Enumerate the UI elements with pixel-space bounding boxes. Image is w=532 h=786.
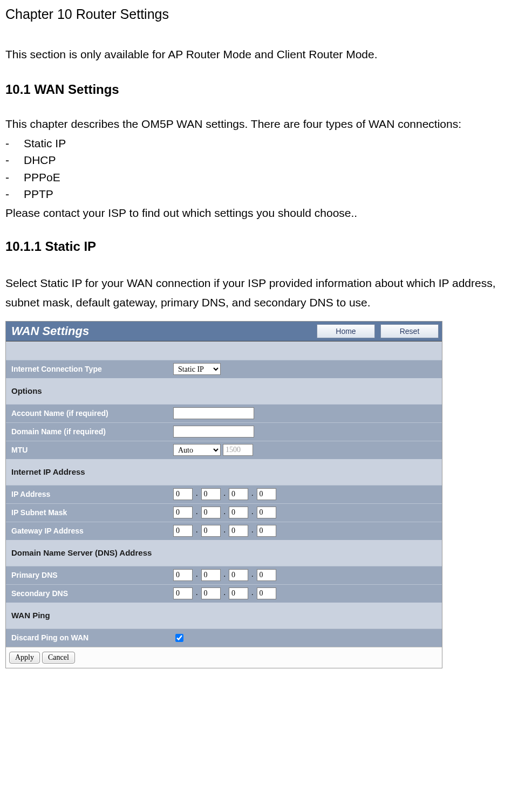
cancel-button[interactable]: Cancel: [42, 652, 75, 664]
gateway-oct-2[interactable]: [201, 525, 221, 537]
secdns-oct-3[interactable]: [229, 587, 248, 599]
intro-mid: and: [251, 48, 277, 60]
dot-icon: .: [250, 525, 255, 537]
list-item: -Static IP: [5, 135, 527, 152]
secdns-oct-2[interactable]: [201, 587, 221, 599]
dot-icon: .: [195, 507, 199, 518]
dot-icon: .: [250, 587, 255, 599]
dot-icon: .: [250, 569, 255, 581]
domain-name-input[interactable]: [173, 426, 254, 438]
secondary-dns-row: Secondary DNS . . .: [6, 584, 442, 603]
account-name-label: Account Name (if required): [6, 408, 173, 419]
conn-type-select[interactable]: Static IP: [173, 363, 221, 375]
list-item-label: DHCP: [24, 152, 56, 169]
conn-type-row: Internet Connection Type Static IP: [6, 360, 442, 378]
mtu-mode-select[interactable]: Auto: [173, 444, 221, 456]
list-item-label: PPPoE: [24, 169, 60, 186]
ip-oct-1[interactable]: [173, 488, 193, 500]
list-item-label: Static IP: [24, 135, 66, 152]
discard-ping-label: Discard Ping on WAN: [6, 632, 173, 643]
subnet-oct-2[interactable]: [201, 507, 221, 518]
mode-client: Client Router Mode: [277, 48, 374, 60]
dns-head: Domain Name Server (DNS) Address: [6, 540, 442, 566]
dot-icon: .: [250, 507, 255, 518]
gateway-label: Gateway IP Address: [6, 525, 173, 536]
intro-prefix: This section is only available for: [5, 48, 168, 60]
dot-icon: .: [195, 569, 199, 581]
dns-head-label: Domain Name Server (DNS) Address: [11, 547, 152, 559]
dot-icon: .: [223, 525, 227, 537]
primary-dns-label: Primary DNS: [6, 570, 173, 580]
static-ip-description: Select Static IP for your WAN connection…: [5, 274, 527, 312]
domain-name-row: Domain Name (if required): [6, 422, 442, 441]
mtu-row: MTU Auto: [6, 441, 442, 459]
gateway-oct-3[interactable]: [229, 525, 248, 537]
gateway-row: Gateway IP Address . . .: [6, 522, 442, 540]
pridns-oct-2[interactable]: [201, 569, 221, 581]
wan-settings-panel: WAN Settings Home Reset Internet Connect…: [5, 321, 442, 668]
intro-suffix: .: [374, 48, 378, 60]
panel-title: WAN Settings: [11, 323, 89, 340]
dot-icon: .: [195, 488, 199, 500]
dot-icon: .: [223, 507, 227, 518]
dot-icon: .: [195, 587, 199, 599]
wan-types-list: -Static IP -DHCP -PPPoE -PPTP: [5, 135, 527, 203]
primary-dns-row: Primary DNS . . .: [6, 566, 442, 584]
account-name-input[interactable]: [173, 407, 254, 419]
subnet-label: IP Subnet Mask: [6, 507, 173, 518]
subnet-oct-1[interactable]: [173, 507, 193, 518]
wan-description: This chapter describes the OM5P WAN sett…: [5, 116, 527, 132]
home-button[interactable]: Home: [317, 324, 375, 338]
secdns-oct-4[interactable]: [257, 587, 276, 599]
mtu-label: MTU: [6, 445, 173, 455]
section-10-1-1-heading: 10.1.1 Static IP: [5, 237, 527, 256]
wan-ping-head: WAN Ping: [6, 603, 442, 628]
ip-oct-3[interactable]: [229, 488, 248, 500]
internet-ip-head: Internet IP Address: [6, 459, 442, 485]
subnet-oct-3[interactable]: [229, 507, 248, 518]
contact-isp-text: Please contact your ISP to find out whic…: [5, 205, 527, 221]
dot-icon: .: [223, 569, 227, 581]
discard-ping-row: Discard Ping on WAN: [6, 628, 442, 647]
options-head: Options: [6, 378, 442, 404]
dash-icon: -: [5, 152, 11, 169]
dash-icon: -: [5, 135, 11, 152]
chapter-title: Chapter 10 Router Settings: [5, 4, 527, 24]
list-item: -PPPoE: [5, 169, 527, 186]
subnet-oct-4[interactable]: [257, 507, 276, 518]
dot-icon: .: [223, 587, 227, 599]
gateway-oct-4[interactable]: [257, 525, 276, 537]
spacer: [6, 341, 442, 360]
section-10-1-heading: 10.1 WAN Settings: [5, 80, 527, 99]
gateway-oct-1[interactable]: [173, 525, 193, 537]
reset-button[interactable]: Reset: [380, 324, 439, 338]
list-item: -PPTP: [5, 186, 527, 203]
panel-header: WAN Settings Home Reset: [6, 322, 442, 341]
list-item-label: PPTP: [24, 186, 53, 203]
button-row: Apply Cancel: [6, 647, 442, 668]
pridns-oct-1[interactable]: [173, 569, 193, 581]
discard-ping-checkbox[interactable]: [175, 634, 183, 642]
ip-oct-4[interactable]: [257, 488, 276, 500]
intro-text: This section is only available for AP Ro…: [5, 46, 527, 63]
pridns-oct-4[interactable]: [257, 569, 276, 581]
ip-oct-2[interactable]: [201, 488, 221, 500]
apply-button[interactable]: Apply: [9, 652, 40, 664]
secondary-dns-label: Secondary DNS: [6, 588, 173, 599]
dash-icon: -: [5, 169, 11, 186]
dot-icon: .: [223, 488, 227, 500]
mtu-value-input[interactable]: [223, 444, 253, 456]
mode-ap: AP Router Mode: [168, 48, 251, 60]
pridns-oct-3[interactable]: [229, 569, 248, 581]
internet-ip-head-label: Internet IP Address: [11, 466, 85, 478]
list-item: -DHCP: [5, 152, 527, 169]
dash-icon: -: [5, 186, 11, 203]
header-buttons: Home Reset: [317, 324, 439, 338]
subnet-row: IP Subnet Mask . . .: [6, 503, 442, 522]
secdns-oct-1[interactable]: [173, 587, 193, 599]
domain-name-label: Domain Name (if required): [6, 426, 173, 437]
ip-address-row: IP Address . . .: [6, 485, 442, 503]
wan-ping-head-label: WAN Ping: [11, 610, 50, 621]
dot-icon: .: [250, 488, 255, 500]
conn-type-label: Internet Connection Type: [6, 364, 173, 374]
